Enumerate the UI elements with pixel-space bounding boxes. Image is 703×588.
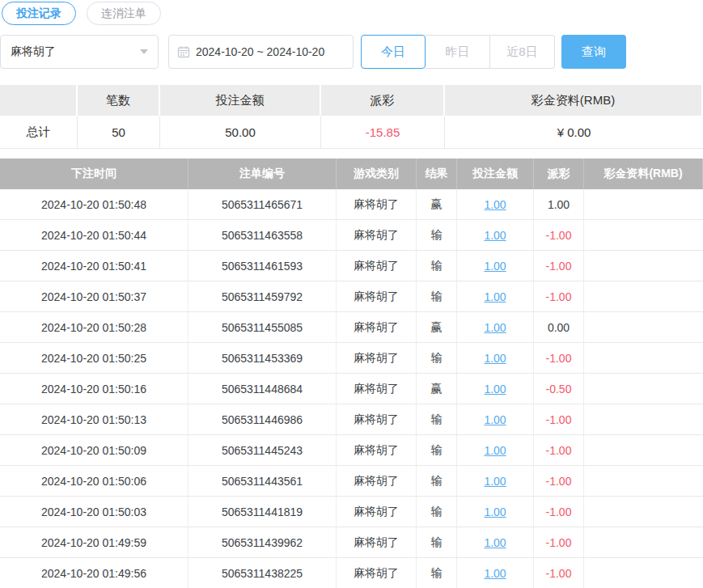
cell-bet-amount: 1.00 [457,435,534,466]
bet-amount-link[interactable]: 1.00 [484,413,506,426]
bet-amount-link[interactable]: 1.00 [484,475,506,488]
col-header-order-id: 注单编号 [188,159,337,189]
bet-amount-link[interactable]: 1.00 [484,506,506,518]
summary-header-empty [0,85,78,116]
cell-payout: -1.00 [534,527,584,558]
betting-records-page: 投注记录 连消注单 麻将胡了 2024-10- [0,0,703,588]
bet-amount-link[interactable]: 1.00 [484,444,506,457]
chevron-down-icon [140,49,148,54]
summary-total-bonus: ¥ 0.00 [445,116,703,149]
quick-button-last8days[interactable]: 近8日 [490,35,555,69]
summary-table: 笔数 投注金额 派彩 彩金资料(RMB) 总计 50 50.00 -15.85 … [0,85,703,149]
quick-button-today[interactable]: 今日 [361,35,426,69]
cell-bet-amount: 1.00 [457,497,534,527]
cell-bet-time: 2024-10-20 01:50:41 [0,251,188,281]
game-select-value: 麻将胡了 [11,44,56,59]
bet-amount-link[interactable]: 1.00 [484,536,506,549]
cell-bonus [584,497,703,527]
cell-game-type: 麻将胡了 [337,251,417,281]
cell-result: 输 [417,404,457,435]
cell-bet-time: 2024-10-20 01:50:09 [0,435,188,466]
cell-game-type: 麻将胡了 [337,343,417,374]
cell-result: 输 [417,343,457,374]
cell-game-type: 麻将胡了 [337,281,417,312]
quick-button-yesterday[interactable]: 昨日 [426,35,490,69]
cell-result: 输 [417,251,457,281]
date-range-picker[interactable]: 2024-10-20 ~ 2024-10-20 [168,35,354,69]
cell-bet-time: 2024-10-20 01:50:13 [0,404,188,435]
cell-bonus [584,558,703,588]
cell-result: 输 [417,435,457,466]
cell-payout: 0.00 [534,312,584,343]
bet-amount-link[interactable]: 1.00 [484,321,506,334]
col-header-result: 结果 [417,159,457,189]
tab-betting-records[interactable]: 投注记录 [2,2,76,25]
cell-bet-amount: 1.00 [457,404,534,435]
cell-result: 输 [417,466,457,497]
col-header-bet-amount: 投注金额 [457,159,534,189]
cell-bonus [584,466,703,497]
cell-game-type: 麻将胡了 [337,527,417,558]
cell-bet-time: 2024-10-20 01:49:59 [0,527,188,558]
cell-order-id: 5065311438225 [188,558,337,588]
bet-amount-link[interactable]: 1.00 [484,198,506,211]
cell-bet-amount: 1.00 [457,220,534,251]
summary-total-payout: -15.85 [321,116,445,149]
bet-amount-link[interactable]: 1.00 [484,352,506,365]
cell-bet-time: 2024-10-20 01:50:44 [0,220,188,251]
tab-cascade-orders[interactable]: 连消注单 [87,2,161,25]
cell-game-type: 麻将胡了 [337,189,417,220]
summary-header-count: 笔数 [78,85,160,116]
cell-payout: -1.00 [534,281,584,312]
cell-order-id: 5065311453369 [188,343,337,374]
cell-result: 输 [417,558,457,588]
cell-game-type: 麻将胡了 [337,374,417,404]
game-select[interactable]: 麻将胡了 [0,35,159,69]
cell-bet-time: 2024-10-20 01:50:06 [0,466,188,497]
cell-order-id: 5065311461593 [188,251,337,281]
summary-header-payout: 派彩 [321,85,445,116]
cell-result: 赢 [417,189,457,220]
bet-amount-link[interactable]: 1.00 [484,290,506,303]
cell-bet-amount: 1.00 [457,281,534,312]
bet-amount-link[interactable]: 1.00 [484,229,506,242]
bet-amount-link[interactable]: 1.00 [484,567,506,580]
cell-game-type: 麻将胡了 [337,497,417,527]
records-table: 下注时间 注单编号 游戏类别 结果 投注金额 派彩 彩金资料(RMB) 2024… [0,159,703,588]
summary-total-count: 50 [78,116,160,149]
cell-order-id: 5065311463558 [188,220,337,251]
bet-amount-link[interactable]: 1.00 [484,383,506,396]
summary-total-bet-amount: 50.00 [160,116,321,149]
query-button[interactable]: 查询 [561,35,626,69]
filter-bar: 麻将胡了 2024-10-20 ~ 2024-10-20 [0,35,703,69]
cell-order-id: 5065311465671 [188,189,337,220]
bet-amount-link[interactable]: 1.00 [484,260,506,273]
cell-payout: -1.00 [534,251,584,281]
cell-order-id: 5065311445243 [188,435,337,466]
cell-bet-time: 2024-10-20 01:50:16 [0,374,188,404]
cell-payout: -0.50 [534,374,584,404]
cell-result: 输 [417,497,457,527]
cell-result: 赢 [417,374,457,404]
col-header-payout: 派彩 [534,159,584,189]
cell-bonus [584,189,703,220]
cell-bet-amount: 1.00 [457,466,534,497]
quick-range-group: 今日 昨日 近8日 [361,35,555,69]
cell-payout: -1.00 [534,343,584,374]
cell-game-type: 麻将胡了 [337,466,417,497]
cell-bet-amount: 1.00 [457,343,534,374]
cell-result: 输 [417,281,457,312]
cell-order-id: 5065311441819 [188,497,337,527]
cell-order-id: 5065311439962 [188,527,337,558]
cell-game-type: 麻将胡了 [337,220,417,251]
cell-order-id: 5065311443561 [188,466,337,497]
cell-payout: -1.00 [534,558,584,588]
cell-bet-time: 2024-10-20 01:50:25 [0,343,188,374]
summary-total-label: 总计 [0,116,78,149]
summary-header-bonus: 彩金资料(RMB) [445,85,703,116]
cell-payout: -1.00 [534,497,584,527]
calendar-icon [177,45,190,58]
cell-order-id: 5065311446986 [188,404,337,435]
cell-game-type: 麻将胡了 [337,435,417,466]
cell-result: 赢 [417,312,457,343]
